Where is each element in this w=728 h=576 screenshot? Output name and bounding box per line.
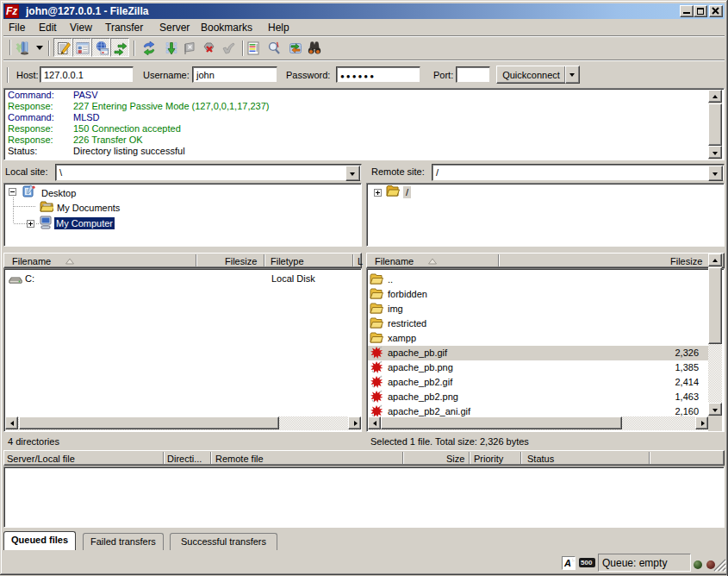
svg-text:Fz: Fz <box>6 5 17 17</box>
